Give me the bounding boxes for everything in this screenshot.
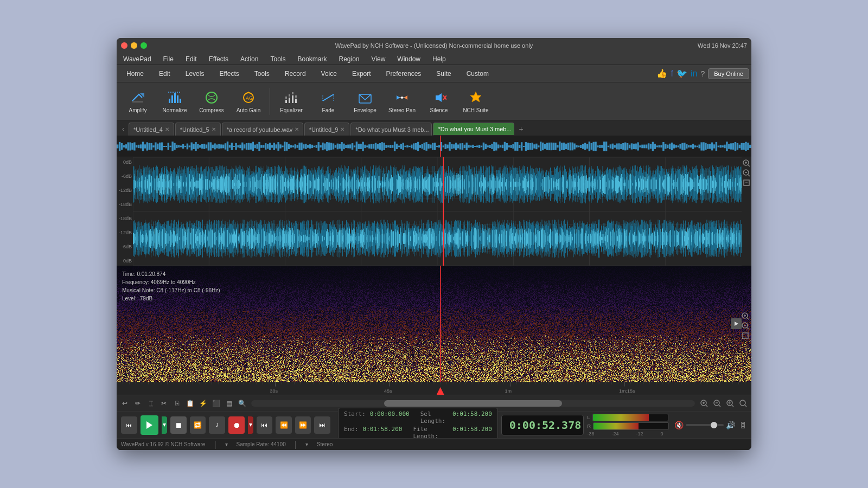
menu-tools[interactable]: Tools bbox=[268, 54, 288, 64]
menu-edit[interactable]: Edit bbox=[183, 54, 199, 64]
spectrogram-play-button[interactable] bbox=[731, 318, 742, 329]
nav-suite[interactable]: Suite bbox=[429, 65, 458, 82]
tab-close-dowhat1[interactable]: ✕ bbox=[431, 126, 432, 132]
amplify-button[interactable]: Amplify bbox=[121, 85, 155, 118]
buy-online-button[interactable]: Buy Online bbox=[708, 68, 749, 79]
volume-thumb[interactable] bbox=[711, 422, 717, 428]
start-button[interactable]: ⏮ bbox=[257, 416, 273, 434]
spec-time: Time: 0:01:20.874 bbox=[122, 270, 220, 278]
zoom-out-waveform[interactable] bbox=[743, 169, 750, 177]
mixer-icon[interactable]: 🎛 bbox=[739, 421, 747, 429]
nav-effects[interactable]: Effects bbox=[212, 65, 246, 82]
scrollbar-thumb[interactable] bbox=[384, 400, 561, 407]
spec-zoom-out[interactable] bbox=[742, 322, 749, 330]
menu-wavepad[interactable]: WavePad bbox=[121, 54, 154, 64]
tabs-bar: ‹ *Untitled_4 ✕ *Untitled_5 ✕ *a record … bbox=[117, 120, 751, 136]
volume-mute-icon[interactable]: 🔇 bbox=[674, 421, 684, 429]
menu-window[interactable]: Window bbox=[395, 54, 423, 64]
nav-record[interactable]: Record bbox=[277, 65, 314, 82]
edit-copy[interactable]: ⎘ bbox=[171, 397, 183, 409]
spectrogram-area[interactable]: Time: 0:01:20.874 Frequency: 4069Hz to 4… bbox=[117, 266, 751, 382]
record-dropdown[interactable] bbox=[248, 416, 253, 434]
stereopan-button[interactable]: Stereo Pan bbox=[385, 85, 419, 118]
edit-cut[interactable]: ✂ bbox=[158, 397, 170, 409]
envelope-button[interactable]: Envelope bbox=[348, 85, 382, 118]
nav-voice[interactable]: Voice bbox=[314, 65, 344, 82]
record-button[interactable]: ⏺ bbox=[228, 416, 245, 434]
nav-home[interactable]: Home bbox=[119, 65, 151, 82]
close-button[interactable] bbox=[121, 42, 127, 49]
tab-dowhat1[interactable]: *Do what you Must 3 meb... ✕ bbox=[350, 123, 432, 136]
nav-tools[interactable]: Tools bbox=[247, 65, 277, 82]
tab-close-untitled4[interactable]: ✕ bbox=[165, 126, 169, 132]
normalize-button[interactable]: Normalize bbox=[158, 85, 192, 118]
rewind-button[interactable]: ⏪ bbox=[276, 416, 292, 434]
tab-close-youtube[interactable]: ✕ bbox=[295, 126, 299, 132]
nav-edit[interactable]: Edit bbox=[151, 65, 178, 82]
sel-length-value: 0:01:58.200 bbox=[452, 410, 492, 425]
tab-prev-button[interactable]: ‹ bbox=[119, 124, 127, 134]
volume-icon[interactable]: 🔊 bbox=[726, 421, 735, 429]
menu-help[interactable]: Help bbox=[430, 54, 448, 64]
edit-bars[interactable]: ▤ bbox=[223, 397, 235, 409]
tab-close-dowhat2[interactable]: ✕ bbox=[514, 126, 515, 132]
maximize-button[interactable] bbox=[141, 42, 147, 49]
silence-button[interactable]: Silence bbox=[422, 85, 456, 118]
edit-paste[interactable]: 📋 bbox=[184, 397, 196, 409]
nav-preferences[interactable]: Preferences bbox=[379, 65, 429, 82]
tab-youtube[interactable]: *a record of youtube.wav ✕ bbox=[222, 123, 303, 136]
tab-dowhat2[interactable]: *Do what you Must 3 meb... ✕ bbox=[433, 123, 514, 136]
tab-close-untitled9[interactable]: ✕ bbox=[340, 126, 344, 132]
minimize-button[interactable] bbox=[131, 42, 137, 49]
play-dropdown[interactable] bbox=[162, 416, 167, 434]
menu-action[interactable]: Action bbox=[238, 54, 260, 64]
ffwd-button[interactable]: ⏩ bbox=[295, 416, 311, 434]
nav-custom[interactable]: Custom bbox=[459, 65, 496, 82]
edit-pencil[interactable]: ✏ bbox=[132, 397, 144, 409]
menu-effects[interactable]: Effects bbox=[207, 54, 231, 64]
scroll-zoom-in[interactable] bbox=[698, 397, 710, 409]
loop-button[interactable]: 🔁 bbox=[190, 416, 206, 434]
edit-split[interactable]: ⚡ bbox=[197, 397, 209, 409]
play-button[interactable] bbox=[141, 415, 158, 435]
fade-button[interactable]: Fade bbox=[311, 85, 345, 118]
overview-strip[interactable] bbox=[117, 136, 751, 157]
menu-file[interactable]: File bbox=[161, 54, 176, 64]
fit-waveform[interactable] bbox=[743, 179, 750, 187]
edit-undo[interactable]: ↩ bbox=[119, 397, 131, 409]
stop-button[interactable]: ⏹ bbox=[170, 416, 187, 434]
tab-untitled4[interactable]: *Untitled_4 ✕ bbox=[129, 123, 174, 136]
scroll-zoom-out[interactable] bbox=[711, 397, 723, 409]
stereo-dropdown[interactable]: ▾ bbox=[305, 441, 308, 447]
equalizer-button[interactable]: Equalizer bbox=[275, 85, 308, 118]
edit-zoom[interactable]: 🔍 bbox=[236, 397, 248, 409]
sample-rate-dropdown[interactable]: ▾ bbox=[225, 441, 228, 447]
tab-untitled5[interactable]: *Untitled_5 ✕ bbox=[175, 123, 221, 136]
nchsuite-button[interactable]: NCH Suite bbox=[459, 85, 493, 118]
menu-region[interactable]: Region bbox=[337, 54, 362, 64]
spec-zoom-in[interactable] bbox=[742, 312, 749, 320]
zoom-in-waveform[interactable] bbox=[743, 159, 750, 167]
nav-levels[interactable]: Levels bbox=[178, 65, 212, 82]
rewind-to-start-button[interactable]: ⏮ bbox=[121, 416, 137, 434]
bounce-button[interactable]: ⤸ bbox=[209, 416, 225, 434]
nav-export[interactable]: Export bbox=[344, 65, 379, 82]
waveform-canvas-area[interactable] bbox=[133, 157, 742, 266]
tab-close-untitled5[interactable]: ✕ bbox=[212, 126, 216, 132]
svg-point-25 bbox=[401, 97, 403, 99]
edit-select[interactable]: ⌶ bbox=[145, 397, 157, 409]
svg-point-58 bbox=[740, 400, 745, 406]
menu-bookmark[interactable]: Bookmark bbox=[295, 54, 329, 64]
scroll-zoom-all[interactable] bbox=[737, 397, 749, 409]
end-button[interactable]: ⏭ bbox=[314, 416, 330, 434]
tab-untitled9[interactable]: *Untitled_9 ✕ bbox=[304, 123, 350, 136]
autogain-button[interactable]: AG Auto Gain bbox=[232, 85, 265, 118]
tab-add-button[interactable]: + bbox=[515, 124, 526, 134]
edit-trim[interactable]: ⬛ bbox=[210, 397, 222, 409]
horizontal-scrollbar[interactable] bbox=[251, 400, 695, 407]
spec-zoom-fit[interactable] bbox=[742, 332, 749, 339]
scroll-zoom-fit[interactable] bbox=[724, 397, 736, 409]
volume-slider[interactable] bbox=[686, 424, 724, 426]
compress-button[interactable]: Compress bbox=[195, 85, 228, 118]
menu-view[interactable]: View bbox=[369, 54, 388, 64]
